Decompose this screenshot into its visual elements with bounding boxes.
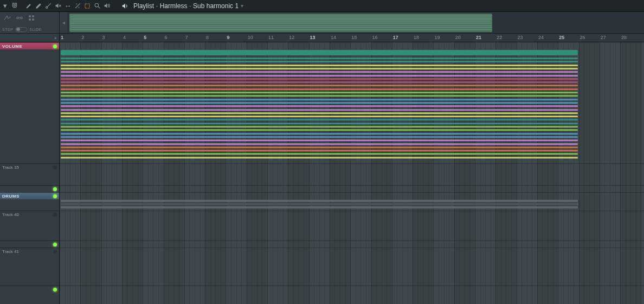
audio-clip-stripe[interactable] — [61, 143, 578, 145]
ruler-tick: 23 — [518, 35, 523, 40]
audio-clip-stripe[interactable] — [61, 75, 578, 77]
svg-rect-7 — [109, 4, 110, 8]
ruler-tick: 3 — [102, 35, 105, 40]
pencil-icon[interactable] — [34, 1, 43, 11]
audio-clip-stripe[interactable] — [61, 129, 578, 131]
ruler-tick: 11 — [268, 35, 274, 40]
audio-clip-stripe[interactable] — [61, 81, 578, 83]
speaker-icon[interactable] — [120, 1, 130, 11]
ruler-tick: 13 — [310, 35, 315, 40]
mute-icon[interactable] — [53, 1, 63, 11]
playlist-grid[interactable] — [60, 42, 644, 304]
ruler-tick: 5 — [144, 35, 146, 40]
timeline-ruler-row: ▸ 12345678910111213141516171819202122232… — [0, 34, 644, 42]
ruler-tick: 10 — [248, 35, 253, 40]
audio-clip-stripe[interactable] — [61, 102, 578, 104]
magnet-icon[interactable] — [10, 1, 20, 11]
brush-icon[interactable] — [24, 1, 34, 11]
title-suffix: Sub harmonic 1 — [193, 2, 239, 10]
audio-clip-stripe[interactable] — [61, 109, 578, 111]
audio-clip-stripe[interactable] — [61, 123, 578, 124]
ruler-tick: 6 — [165, 35, 168, 40]
step-label: STEP — [2, 28, 13, 31]
audio-clip-stripe[interactable] — [61, 99, 578, 100]
audio-clip-stripe[interactable] — [61, 112, 578, 114]
timeline-ruler[interactable]: 1234567891011121314151617181920212223242… — [60, 34, 644, 42]
audio-clip-stripe[interactable] — [61, 61, 578, 62]
window-title: Playlist - Harmless - Sub harmonic 1 — [133, 2, 239, 10]
ruler-tick: 24 — [538, 35, 544, 40]
volume-header[interactable]: VOLUME — [0, 42, 59, 49]
ruler-tick: 22 — [497, 35, 502, 40]
zoom-icon[interactable] — [92, 1, 102, 11]
audio-clip-stripe[interactable] — [61, 92, 578, 93]
audio-clip-stripe[interactable] — [61, 71, 578, 73]
svg-point-9 — [21, 17, 23, 19]
svg-rect-14 — [32, 18, 34, 21]
audio-clip-stripe[interactable] — [61, 119, 578, 121]
track-led[interactable] — [53, 45, 57, 48]
audio-clip-stripe[interactable] — [61, 105, 578, 107]
drum-clip[interactable] — [61, 206, 578, 208]
playback-icon[interactable] — [102, 1, 112, 11]
track-column: VOLUME Track 35DRUMSTrack 40Track 41 — [0, 42, 60, 304]
grid-icon[interactable] — [27, 14, 36, 22]
ruler-tick: 16 — [372, 35, 378, 40]
title-mid: Harmless — [160, 2, 188, 10]
audio-clip[interactable] — [61, 50, 578, 55]
ruler-tick: 9 — [227, 35, 229, 40]
audio-clip-stripe[interactable] — [61, 126, 578, 128]
audio-clip-stripe[interactable] — [61, 136, 578, 138]
ruler-corner: ▸ — [0, 34, 60, 42]
audio-clip-stripe[interactable] — [61, 140, 578, 141]
audio-clip-stripe[interactable] — [61, 133, 578, 135]
audio-clip-stripe[interactable] — [61, 153, 578, 155]
audio-clip-stripe[interactable] — [61, 116, 578, 117]
audio-clip-stripe[interactable] — [61, 68, 578, 69]
audio-clip-stripe[interactable] — [61, 85, 578, 86]
audio-clip-stripe[interactable] — [61, 65, 578, 66]
step-slide-toggle[interactable] — [15, 27, 27, 32]
ruler-tick: 25 — [559, 35, 564, 40]
song-overview[interactable]: ◂ — [60, 12, 644, 33]
cut-icon[interactable] — [43, 1, 53, 11]
slice-icon[interactable] — [73, 1, 82, 11]
overview-scroll-left-icon[interactable]: ◂ — [60, 12, 67, 33]
ruler-tick: 8 — [206, 35, 209, 40]
svg-rect-3 — [85, 4, 89, 8]
overview-left-panel: STEP SLIDE — [0, 12, 60, 33]
slip-icon[interactable]: ↔ — [63, 1, 73, 11]
svg-rect-12 — [32, 15, 34, 17]
svg-line-5 — [98, 7, 100, 8]
automation-icon[interactable] — [3, 14, 12, 22]
select-icon[interactable] — [82, 1, 92, 11]
overview-clip[interactable] — [69, 14, 492, 32]
ruler-tick: 17 — [393, 35, 398, 40]
ruler-tick: 12 — [289, 35, 294, 40]
dropdown-icon[interactable]: ▾ — [0, 1, 10, 11]
drum-clip[interactable] — [61, 203, 578, 205]
audio-clip-stripe[interactable] — [61, 147, 578, 148]
audio-clip-stripe[interactable] — [61, 78, 578, 80]
svg-point-8 — [17, 17, 19, 19]
title-dropdown-icon[interactable]: ▾ — [241, 3, 243, 9]
ruler-tick: 18 — [414, 35, 419, 40]
ruler-tick: 21 — [476, 35, 481, 40]
ruler-tick: 19 — [434, 35, 440, 40]
title-prefix: Playlist — [133, 2, 154, 10]
audio-clip-stripe[interactable] — [61, 95, 578, 97]
slide-label: SLIDE — [29, 28, 42, 31]
link-icon[interactable] — [15, 14, 24, 22]
playlist-toolbar: ▾ ↔ Playlist - Harmless - Sub harmonic 1… — [0, 0, 644, 12]
audio-clip-stripe[interactable] — [61, 88, 578, 90]
svg-rect-11 — [29, 15, 31, 17]
audio-clip-stripe[interactable] — [61, 58, 578, 59]
ruler-tick: 27 — [601, 35, 606, 40]
svg-point-4 — [95, 3, 99, 7]
drum-clip[interactable] — [61, 200, 578, 202]
audio-clip-stripe[interactable] — [61, 150, 578, 151]
ruler-tick: 2 — [81, 35, 84, 40]
ruler-tick: 28 — [621, 35, 627, 40]
svg-rect-13 — [29, 18, 31, 21]
audio-clip-stripe[interactable] — [61, 157, 578, 159]
